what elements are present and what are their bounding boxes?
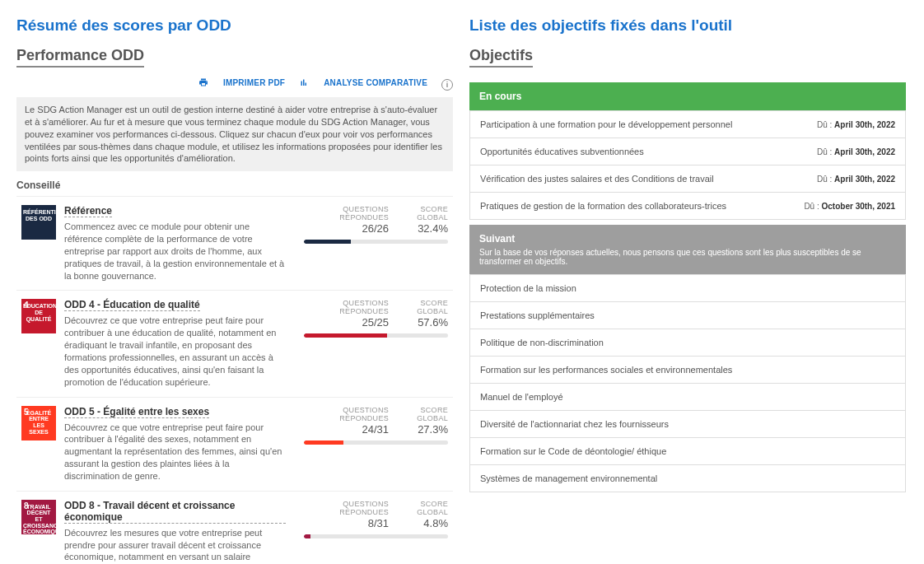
score-global: 32.4% bbox=[397, 222, 448, 235]
objective-row[interactable]: Participation à une formation pour le dé… bbox=[469, 110, 906, 138]
module-stats: QUESTIONS RÉPONDUESSCORE GLOBAL 25/2557.… bbox=[298, 299, 448, 338]
module-desc: Découvrez ce que votre entreprise peut f… bbox=[64, 315, 286, 388]
section-title-scores: Résumé des scores par ODD bbox=[16, 16, 453, 35]
module-desc: Découvrez les mesures que votre entrepri… bbox=[64, 527, 286, 564]
module-title[interactable]: Référence bbox=[64, 205, 112, 217]
score-global: 4.8% bbox=[397, 517, 448, 529]
questions-answered: 25/25 bbox=[298, 316, 389, 329]
objective-due: Dû : April 30th, 2022 bbox=[817, 175, 895, 184]
suggested-objective-row[interactable]: Systèmes de management environnemental bbox=[469, 465, 906, 492]
sdg-icon: RÉFÉRENTIEL DES ODD bbox=[21, 205, 56, 240]
objective-label: Opportunités éducatives subventionnées bbox=[480, 147, 644, 156]
questions-answered: 24/31 bbox=[298, 423, 389, 436]
objectives-panel: Liste des objectifs fixés dans l'outil O… bbox=[469, 16, 906, 564]
objective-row[interactable]: Opportunités éducatives subventionnées D… bbox=[469, 138, 906, 165]
objective-label: Systèmes de management environnemental bbox=[480, 473, 657, 483]
module-row[interactable]: 8 TRAVAIL DÉCENT ET CROISSANCE ÉCONOMIQU… bbox=[16, 491, 453, 564]
objective-label: Vérification des justes salaires et des … bbox=[480, 174, 714, 184]
suggested-objective-row[interactable]: Prestations supplémentaires bbox=[469, 302, 906, 329]
progress-bar bbox=[304, 440, 448, 445]
objective-label: Politique de non-discrimination bbox=[480, 338, 604, 347]
panel-heading-objectives: Objectifs bbox=[469, 47, 533, 68]
objective-row[interactable]: Vérification des justes salaires et des … bbox=[469, 165, 906, 193]
objective-label: Formation sur les performances sociales … bbox=[480, 365, 732, 375]
objective-row[interactable]: Pratiques de gestion de la formation des… bbox=[469, 193, 906, 220]
module-row[interactable]: 4 ÉDUCATION DE QUALITÉ ODD 4 - Éducation… bbox=[16, 290, 453, 396]
score-global: 27.3% bbox=[397, 423, 448, 436]
objective-label: Diversité de l'actionnariat chez les fou… bbox=[480, 419, 669, 429]
objective-due: Dû : April 30th, 2022 bbox=[817, 120, 895, 129]
objective-due: Dû : October 30th, 2021 bbox=[804, 202, 895, 211]
analyse-comparative-button[interactable]: ANALYSE COMPARATIVE bbox=[299, 77, 427, 87]
suggested-objective-row[interactable]: Manuel de l'employé bbox=[469, 384, 906, 411]
module-stats: QUESTIONS RÉPONDUESSCORE GLOBAL 24/3127.… bbox=[298, 406, 448, 445]
panel-heading-performance: Performance ODD bbox=[16, 47, 144, 68]
objective-label: Protection de la mission bbox=[480, 283, 576, 293]
progress-bar bbox=[304, 534, 448, 538]
questions-answered: 8/31 bbox=[298, 517, 389, 529]
sdg-icon: 4 ÉDUCATION DE QUALITÉ bbox=[21, 299, 56, 333]
objective-label: Pratiques de gestion de la formation des… bbox=[480, 201, 726, 211]
info-icon[interactable]: i bbox=[441, 79, 453, 91]
module-title[interactable]: ODD 8 - Travail décent et croissance éco… bbox=[64, 500, 286, 524]
module-title[interactable]: ODD 4 - Éducation de qualité bbox=[64, 299, 200, 311]
objective-due: Dû : April 30th, 2022 bbox=[817, 147, 895, 156]
module-desc: Découvrez ce que votre entreprise peut f… bbox=[64, 422, 286, 482]
printer-icon bbox=[198, 77, 208, 87]
suggested-objective-row[interactable]: Politique de non-discrimination bbox=[469, 329, 906, 357]
intro-text: Le SDG Action Manager est un outil de ge… bbox=[16, 97, 453, 171]
module-row[interactable]: 5 ÉGALITÉ ENTRE LES SEXES ODD 5 - Égalit… bbox=[16, 397, 453, 491]
module-stats: QUESTIONS RÉPONDUESSCORE GLOBAL 8/314.8% bbox=[298, 500, 448, 538]
suggested-objective-row[interactable]: Diversité de l'actionnariat chez les fou… bbox=[469, 411, 906, 438]
bar-chart-icon bbox=[299, 77, 309, 87]
progress-bar bbox=[304, 240, 448, 244]
scores-panel: Résumé des scores par ODD Performance OD… bbox=[16, 16, 453, 564]
module-row[interactable]: RÉFÉRENTIEL DES ODD Référence Commencez … bbox=[16, 196, 453, 290]
module-title[interactable]: ODD 5 - Égalité entre les sexes bbox=[64, 406, 209, 418]
sdg-icon: 5 ÉGALITÉ ENTRE LES SEXES bbox=[21, 406, 56, 440]
module-stats: QUESTIONS RÉPONDUESSCORE GLOBAL 26/2632.… bbox=[298, 205, 448, 244]
objective-label: Prestations supplémentaires bbox=[480, 310, 595, 320]
objective-label: Participation à une formation pour le dé… bbox=[480, 119, 732, 129]
score-global: 57.6% bbox=[397, 316, 448, 329]
recommended-label: Conseillé bbox=[16, 179, 453, 191]
module-desc: Commencez avec ce module pour obtenir un… bbox=[64, 221, 286, 282]
objective-label: Manuel de l'employé bbox=[480, 392, 563, 402]
next-header: Suivant Sur la base de vos réponses actu… bbox=[469, 225, 906, 274]
objective-label: Formation sur le Code de déontologie/ ét… bbox=[480, 446, 666, 456]
section-title-objectives: Liste des objectifs fixés dans l'outil bbox=[469, 16, 906, 35]
questions-answered: 26/26 bbox=[298, 222, 389, 235]
actions-row: IMPRIMER PDF ANALYSE COMPARATIVE i bbox=[16, 77, 453, 91]
print-pdf-button[interactable]: IMPRIMER PDF bbox=[198, 77, 285, 87]
suggested-objective-row[interactable]: Formation sur le Code de déontologie/ ét… bbox=[469, 438, 906, 465]
suggested-objective-row[interactable]: Formation sur les performances sociales … bbox=[469, 357, 906, 384]
progress-bar bbox=[304, 333, 448, 338]
sdg-icon: 8 TRAVAIL DÉCENT ET CROISSANCE ÉCONOMIQU… bbox=[21, 500, 56, 534]
in-progress-header: En cours bbox=[469, 82, 906, 110]
suggested-objective-row[interactable]: Protection de la mission bbox=[469, 274, 906, 302]
